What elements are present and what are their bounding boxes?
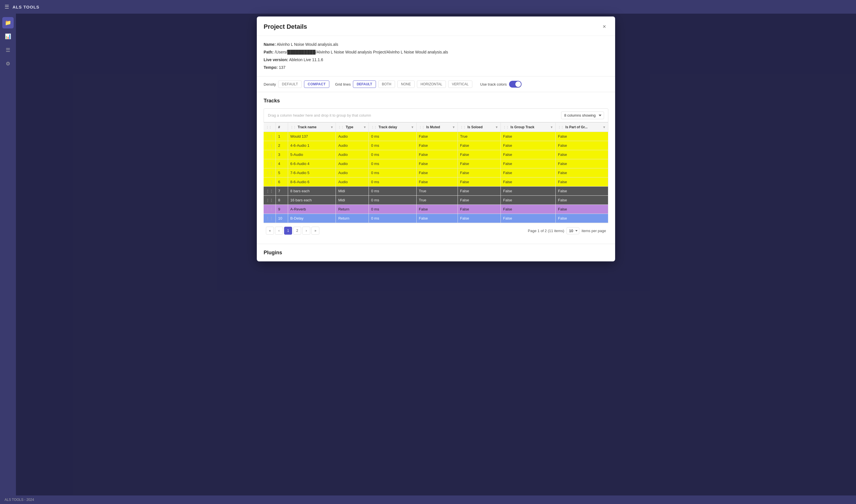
density-default-button[interactable]: DEFAULT	[278, 80, 302, 88]
cell-soloed: False	[458, 214, 500, 223]
cell-name: 5-Audio	[288, 150, 336, 159]
page-2-button[interactable]: 2	[293, 227, 301, 235]
drag-handle: ⋮⋮	[264, 150, 276, 159]
th-soloed[interactable]: ⋮⋮Is Soloed▼	[458, 123, 500, 132]
cell-type: Return	[336, 214, 369, 223]
track-colors-toggle[interactable]	[509, 81, 521, 88]
menu-icon[interactable]: ☰	[4, 4, 9, 10]
name-label: Name:	[264, 42, 276, 47]
close-button[interactable]: ×	[600, 22, 608, 31]
cell-partof: False	[556, 205, 608, 214]
grid-vertical-button[interactable]: VERTICAL	[448, 80, 472, 88]
grid-horizontal-button[interactable]: HORIZONTAL	[417, 80, 446, 88]
plugins-title: Plugins	[264, 250, 608, 256]
cell-delay: 0 ms	[369, 205, 417, 214]
tracks-section: Tracks Drag a column header here and dro…	[257, 92, 615, 244]
cell-name: 6-6-Audio 4	[288, 159, 336, 168]
track-colors-label: Use track colors	[480, 82, 507, 87]
columns-dropdown[interactable]: 8 columns showing	[561, 111, 604, 119]
sidebar-item-settings[interactable]: ⚙	[2, 58, 14, 69]
cell-muted: True	[416, 196, 458, 205]
columns-select[interactable]: 8 columns showing	[561, 111, 604, 119]
tracks-table: ⋮⋮ # ⋮⋮Track name▼ ⋮⋮Type▼ ⋮⋮Track delay…	[264, 122, 608, 223]
topbar: ☰ ALS TOOLS	[0, 0, 856, 14]
cell-type: Audio	[336, 141, 369, 150]
cell-delay: 0 ms	[369, 159, 417, 168]
cell-group: False	[501, 196, 556, 205]
modal-title: Project Details	[264, 23, 307, 31]
th-muted[interactable]: ⋮⋮Is Muted▼	[416, 123, 458, 132]
cell-soloed: False	[458, 205, 500, 214]
th-delay[interactable]: ⋮⋮Track delay▼	[369, 123, 417, 132]
page-1-button[interactable]: 1	[284, 227, 292, 235]
density-compact-button[interactable]: COMPACT	[304, 80, 329, 88]
th-type[interactable]: ⋮⋮Type▼	[336, 123, 369, 132]
th-num[interactable]: #	[276, 123, 288, 132]
th-trackname[interactable]: ⋮⋮Track name▼	[288, 123, 336, 132]
name-value: Alvinho L Noise Would analysis.als	[277, 42, 338, 47]
cell-group: False	[501, 159, 556, 168]
cell-group: False	[501, 141, 556, 150]
grid-default-button[interactable]: DEFAULT	[353, 80, 376, 88]
cell-num: 5	[276, 168, 288, 178]
bottom-bar: ALS TOOLS - 2024	[0, 496, 856, 504]
cell-num: 1	[276, 132, 288, 141]
sidebar: 📁 📊 ☰ ⚙	[0, 14, 16, 504]
cell-group: False	[501, 214, 556, 223]
cell-soloed: False	[458, 178, 500, 186]
table-row: ⋮⋮816 bars eachMidi0 msTrueFalseFalseFal…	[264, 196, 608, 205]
cell-soloed: False	[458, 150, 500, 159]
drag-handle: ⋮⋮	[264, 132, 276, 141]
header-row: ⋮⋮ # ⋮⋮Track name▼ ⋮⋮Type▼ ⋮⋮Track delay…	[264, 123, 608, 132]
grid-both-button[interactable]: BOTH	[378, 80, 395, 88]
toolbar: Density DEFAULT COMPACT Grid lines DEFAU…	[257, 76, 615, 92]
density-group: Density DEFAULT COMPACT	[264, 80, 329, 88]
last-page-button[interactable]: »	[311, 227, 319, 235]
cell-muted: False	[416, 168, 458, 178]
cell-muted: False	[416, 214, 458, 223]
cell-partof: False	[556, 159, 608, 168]
th-group[interactable]: ⋮⋮Is Group Track▼	[501, 123, 556, 132]
drag-handle: ⋮⋮	[264, 214, 276, 223]
cell-num: 6	[276, 178, 288, 186]
drag-handle: ⋮⋮	[264, 178, 276, 186]
cell-type: Audio	[336, 178, 369, 186]
cell-num: 2	[276, 141, 288, 150]
th-partof[interactable]: ⋮⋮Is Part of Gr...▼	[556, 123, 608, 132]
cell-type: Audio	[336, 132, 369, 141]
tempo-value: 137	[279, 65, 285, 70]
table-row: ⋮⋮9A-ReverbReturn0 msFalseFalseFalseFals…	[264, 205, 608, 214]
modal-header: Project Details ×	[257, 17, 615, 36]
sidebar-item-list[interactable]: ☰	[2, 44, 14, 56]
grid-none-button[interactable]: NONE	[397, 80, 415, 88]
cell-num: 3	[276, 150, 288, 159]
cell-partof: False	[556, 214, 608, 223]
cell-delay: 0 ms	[369, 132, 417, 141]
next-page-button[interactable]: ›	[302, 227, 310, 235]
cell-muted: False	[416, 159, 458, 168]
table-row: ⋮⋮10B-DelayReturn0 msFalseFalseFalseFals…	[264, 214, 608, 223]
pagination-right: Page 1 of 2 (11 items) 10 20 50 items pe…	[528, 227, 606, 234]
table-body: ⋮⋮1Would 137Audio0 msFalseTrueFalseFalse…	[264, 132, 608, 223]
sidebar-item-files[interactable]: 📁	[2, 17, 14, 29]
drag-handle: ⋮⋮	[264, 196, 276, 205]
cell-type: Audio	[336, 159, 369, 168]
cell-group: False	[501, 132, 556, 141]
table-row: ⋮⋮24-6-Audio 1Audio0 msFalseFalseFalseFa…	[264, 141, 608, 150]
cell-soloed: False	[458, 141, 500, 150]
table-row: ⋮⋮1Would 137Audio0 msFalseTrueFalseFalse	[264, 132, 608, 141]
prev-page-button[interactable]: ‹	[275, 227, 283, 235]
table-row: ⋮⋮78 bars eachMidi0 msTrueFalseFalseFals…	[264, 186, 608, 196]
cell-name: 4-6-Audio 1	[288, 141, 336, 150]
track-colors-group: Use track colors	[480, 81, 521, 88]
first-page-button[interactable]: «	[266, 227, 274, 235]
cell-group: False	[501, 186, 556, 196]
project-info: Name: Alvinho L Noise Would analysis.als…	[257, 36, 615, 76]
cell-muted: True	[416, 186, 458, 196]
project-live-version-row: Live version: Ableton Live 11.1.6	[264, 57, 608, 63]
table-header: ⋮⋮ # ⋮⋮Track name▼ ⋮⋮Type▼ ⋮⋮Track delay…	[264, 123, 608, 132]
path-label: Path:	[264, 50, 273, 54]
per-page-select[interactable]: 10 20 50	[567, 227, 579, 234]
pagination: « ‹ 1 2 › » Page 1 of 2 (11 items) 10 20…	[264, 223, 608, 238]
sidebar-item-analytics[interactable]: 📊	[2, 31, 14, 42]
